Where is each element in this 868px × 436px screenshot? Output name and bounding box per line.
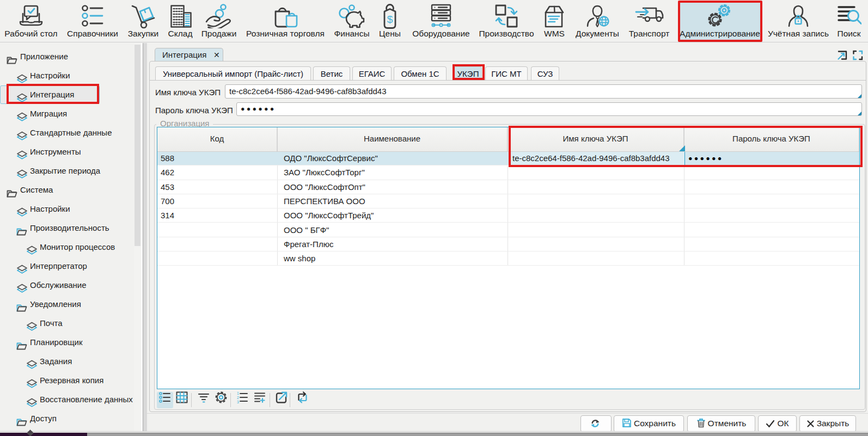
svg-text:1: 1 <box>237 391 239 395</box>
svg-text:$: $ <box>387 14 393 25</box>
svg-text:3: 3 <box>237 400 239 404</box>
svg-text:2: 2 <box>237 396 239 400</box>
